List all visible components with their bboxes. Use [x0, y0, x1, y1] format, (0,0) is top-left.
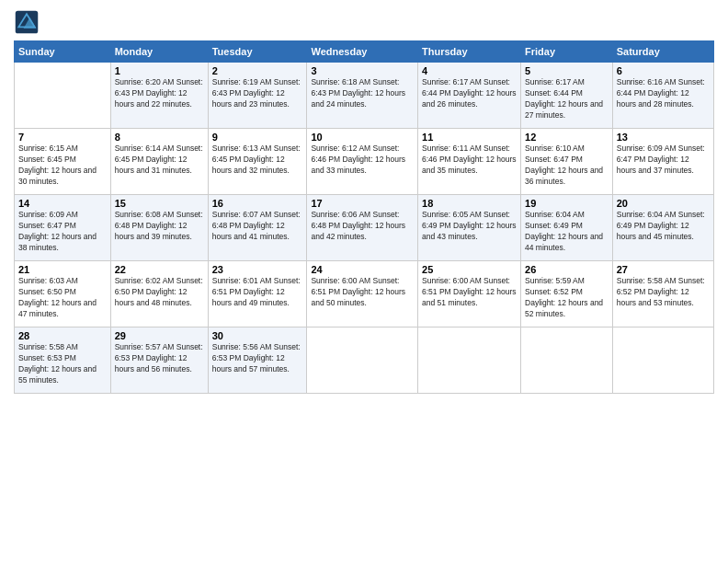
column-header-tuesday: Tuesday — [208, 41, 307, 63]
week-row-3: 14Sunrise: 6:09 AM Sunset: 6:47 PM Dayli… — [15, 195, 714, 261]
day-info: Sunrise: 5:58 AM Sunset: 6:52 PM Dayligh… — [617, 276, 710, 309]
day-info: Sunrise: 6:02 AM Sunset: 6:50 PM Dayligh… — [115, 276, 204, 309]
calendar-cell: 24Sunrise: 6:00 AM Sunset: 6:51 PM Dayli… — [307, 261, 418, 327]
day-info: Sunrise: 6:10 AM Sunset: 6:47 PM Dayligh… — [525, 144, 609, 188]
calendar-cell: 3Sunrise: 6:18 AM Sunset: 6:43 PM Daylig… — [307, 63, 418, 129]
week-row-2: 7Sunrise: 6:15 AM Sunset: 6:45 PM Daylig… — [15, 129, 714, 195]
calendar-cell — [307, 327, 418, 394]
day-info: Sunrise: 5:57 AM Sunset: 6:53 PM Dayligh… — [115, 342, 204, 375]
column-header-saturday: Saturday — [612, 41, 713, 63]
day-info: Sunrise: 6:00 AM Sunset: 6:51 PM Dayligh… — [311, 276, 414, 309]
day-number: 19 — [525, 198, 609, 209]
day-info: Sunrise: 6:20 AM Sunset: 6:43 PM Dayligh… — [115, 77, 204, 110]
calendar-cell: 11Sunrise: 6:11 AM Sunset: 6:46 PM Dayli… — [418, 129, 521, 195]
header — [14, 9, 714, 35]
day-number: 22 — [115, 264, 204, 275]
day-info: Sunrise: 6:12 AM Sunset: 6:46 PM Dayligh… — [311, 144, 414, 177]
day-info: Sunrise: 6:18 AM Sunset: 6:43 PM Dayligh… — [311, 77, 414, 110]
day-number: 25 — [422, 264, 517, 275]
week-row-1: 1Sunrise: 6:20 AM Sunset: 6:43 PM Daylig… — [15, 63, 714, 129]
day-number: 10 — [311, 132, 414, 143]
day-number: 30 — [212, 330, 303, 341]
day-number: 12 — [525, 132, 609, 143]
day-number: 17 — [311, 198, 414, 209]
calendar-cell: 21Sunrise: 6:03 AM Sunset: 6:50 PM Dayli… — [15, 261, 111, 327]
calendar-cell: 10Sunrise: 6:12 AM Sunset: 6:46 PM Dayli… — [307, 129, 418, 195]
calendar-table: SundayMondayTuesdayWednesdayThursdayFrid… — [14, 40, 714, 394]
day-number: 6 — [617, 65, 710, 76]
calendar-cell: 17Sunrise: 6:06 AM Sunset: 6:48 PM Dayli… — [307, 195, 418, 261]
day-info: Sunrise: 6:00 AM Sunset: 6:51 PM Dayligh… — [422, 276, 517, 309]
day-info: Sunrise: 6:07 AM Sunset: 6:48 PM Dayligh… — [212, 210, 303, 243]
day-info: Sunrise: 6:17 AM Sunset: 6:44 PM Dayligh… — [422, 77, 517, 110]
calendar-cell: 5Sunrise: 6:17 AM Sunset: 6:44 PM Daylig… — [521, 63, 613, 129]
calendar-cell — [418, 327, 521, 394]
calendar-cell: 28Sunrise: 5:58 AM Sunset: 6:53 PM Dayli… — [15, 327, 111, 394]
calendar-cell: 8Sunrise: 6:14 AM Sunset: 6:45 PM Daylig… — [110, 129, 208, 195]
calendar-cell: 22Sunrise: 6:02 AM Sunset: 6:50 PM Dayli… — [110, 261, 208, 327]
day-number: 20 — [617, 198, 710, 209]
calendar-cell: 14Sunrise: 6:09 AM Sunset: 6:47 PM Dayli… — [15, 195, 111, 261]
logo — [14, 9, 43, 35]
day-number: 8 — [115, 132, 204, 143]
day-info: Sunrise: 6:09 AM Sunset: 6:47 PM Dayligh… — [617, 144, 710, 177]
day-number: 26 — [525, 264, 609, 275]
day-number: 16 — [212, 198, 303, 209]
day-number: 1 — [115, 65, 204, 76]
day-number: 24 — [311, 264, 414, 275]
day-number: 14 — [18, 198, 107, 209]
day-info: Sunrise: 6:14 AM Sunset: 6:45 PM Dayligh… — [115, 144, 204, 177]
calendar-cell — [612, 327, 713, 394]
day-number: 7 — [18, 132, 107, 143]
day-number: 21 — [18, 264, 107, 275]
column-header-wednesday: Wednesday — [307, 41, 418, 63]
calendar-cell: 9Sunrise: 6:13 AM Sunset: 6:45 PM Daylig… — [208, 129, 307, 195]
day-info: Sunrise: 6:06 AM Sunset: 6:48 PM Dayligh… — [311, 210, 414, 243]
day-info: Sunrise: 6:09 AM Sunset: 6:47 PM Dayligh… — [18, 210, 107, 254]
calendar-cell: 20Sunrise: 6:04 AM Sunset: 6:49 PM Dayli… — [612, 195, 713, 261]
day-number: 9 — [212, 132, 303, 143]
calendar-cell — [15, 63, 111, 129]
page: SundayMondayTuesdayWednesdayThursdayFrid… — [0, 0, 728, 563]
column-header-monday: Monday — [110, 41, 208, 63]
header-row: SundayMondayTuesdayWednesdayThursdayFrid… — [15, 41, 714, 63]
calendar-cell: 27Sunrise: 5:58 AM Sunset: 6:52 PM Dayli… — [612, 261, 713, 327]
day-number: 27 — [617, 264, 710, 275]
day-info: Sunrise: 5:59 AM Sunset: 6:52 PM Dayligh… — [525, 276, 609, 320]
day-info: Sunrise: 6:13 AM Sunset: 6:45 PM Dayligh… — [212, 144, 303, 177]
calendar-cell: 23Sunrise: 6:01 AM Sunset: 6:51 PM Dayli… — [208, 261, 307, 327]
day-number: 2 — [212, 65, 303, 76]
day-info: Sunrise: 6:03 AM Sunset: 6:50 PM Dayligh… — [18, 276, 107, 320]
day-number: 5 — [525, 65, 609, 76]
calendar-cell — [521, 327, 613, 394]
column-header-sunday: Sunday — [15, 41, 111, 63]
calendar-cell: 13Sunrise: 6:09 AM Sunset: 6:47 PM Dayli… — [612, 129, 713, 195]
calendar-cell: 1Sunrise: 6:20 AM Sunset: 6:43 PM Daylig… — [110, 63, 208, 129]
calendar-cell: 30Sunrise: 5:56 AM Sunset: 6:53 PM Dayli… — [208, 327, 307, 394]
day-number: 3 — [311, 65, 414, 76]
calendar-cell: 2Sunrise: 6:19 AM Sunset: 6:43 PM Daylig… — [208, 63, 307, 129]
day-number: 15 — [115, 198, 204, 209]
calendar-cell: 15Sunrise: 6:08 AM Sunset: 6:48 PM Dayli… — [110, 195, 208, 261]
day-info: Sunrise: 6:16 AM Sunset: 6:44 PM Dayligh… — [617, 77, 710, 110]
calendar-cell: 19Sunrise: 6:04 AM Sunset: 6:49 PM Dayli… — [521, 195, 613, 261]
day-info: Sunrise: 6:01 AM Sunset: 6:51 PM Dayligh… — [212, 276, 303, 309]
day-info: Sunrise: 6:04 AM Sunset: 6:49 PM Dayligh… — [525, 210, 609, 254]
calendar-cell: 12Sunrise: 6:10 AM Sunset: 6:47 PM Dayli… — [521, 129, 613, 195]
day-info: Sunrise: 6:17 AM Sunset: 6:44 PM Dayligh… — [525, 77, 609, 121]
calendar-cell: 18Sunrise: 6:05 AM Sunset: 6:49 PM Dayli… — [418, 195, 521, 261]
week-row-5: 28Sunrise: 5:58 AM Sunset: 6:53 PM Dayli… — [15, 327, 714, 394]
calendar-cell: 6Sunrise: 6:16 AM Sunset: 6:44 PM Daylig… — [612, 63, 713, 129]
column-header-thursday: Thursday — [418, 41, 521, 63]
day-number: 18 — [422, 198, 517, 209]
day-number: 11 — [422, 132, 517, 143]
calendar-cell: 29Sunrise: 5:57 AM Sunset: 6:53 PM Dayli… — [110, 327, 208, 394]
day-info: Sunrise: 6:11 AM Sunset: 6:46 PM Dayligh… — [422, 144, 517, 177]
column-header-friday: Friday — [521, 41, 613, 63]
day-number: 29 — [115, 330, 204, 341]
logo-icon — [14, 9, 40, 35]
calendar-cell: 16Sunrise: 6:07 AM Sunset: 6:48 PM Dayli… — [208, 195, 307, 261]
day-number: 23 — [212, 264, 303, 275]
day-number: 13 — [617, 132, 710, 143]
day-info: Sunrise: 6:19 AM Sunset: 6:43 PM Dayligh… — [212, 77, 303, 110]
